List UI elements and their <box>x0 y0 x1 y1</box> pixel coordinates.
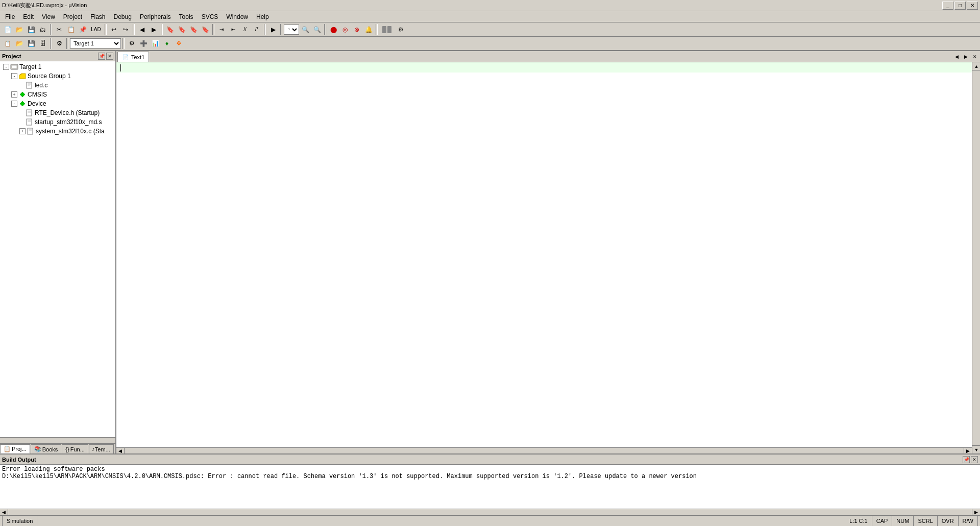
tab-arrow-right[interactable]: ▶ <box>962 53 970 61</box>
expand-system[interactable]: + <box>19 128 26 134</box>
editor-content[interactable] <box>116 62 972 447</box>
tab-books[interactable]: 📚 Books <box>31 444 62 453</box>
menu-file[interactable]: File <box>1 12 19 22</box>
build-content[interactable]: Error loading software packs D:\Keil5\ke… <box>0 465 980 509</box>
bookmark3-btn[interactable]: 🔖 <box>188 24 199 35</box>
menu-svcs[interactable]: SVCS <box>198 12 223 22</box>
cut-btn[interactable]: ✂ <box>54 24 65 35</box>
tree-sourcegroup1[interactable]: - Source Group 1 <box>1 71 114 81</box>
close-button[interactable]: ✕ <box>967 2 978 10</box>
tab-temp[interactable]: 𝑡 Tem... <box>89 444 114 453</box>
sep8 <box>324 24 326 35</box>
expand-device[interactable]: - <box>11 101 17 107</box>
menu-flash[interactable]: Flash <box>86 12 109 22</box>
bp3-btn[interactable]: ⊗ <box>351 24 362 35</box>
expand-sourcegroup1[interactable]: - <box>11 73 17 79</box>
menu-debug[interactable]: Debug <box>110 12 136 22</box>
view2-btn[interactable] <box>379 24 395 35</box>
load-btn[interactable]: LAD <box>89 24 103 35</box>
t2-add-btn[interactable]: ➕ <box>138 38 149 49</box>
bp4-btn[interactable]: 🔔 <box>363 24 374 35</box>
t2-btn2[interactable]: 📂 <box>14 38 25 49</box>
t2-btn4[interactable]: 🗄 <box>37 38 48 49</box>
scroll-right-btn[interactable]: ▶ <box>964 448 972 454</box>
find-btn[interactable]: 🔍 <box>300 24 311 35</box>
editor-scrollbar-v[interactable]: ▲ ▼ <box>972 62 980 453</box>
tree-startup[interactable]: startup_stm32f10x_md.s <box>1 117 114 127</box>
bookmark-btn[interactable]: 🔖 <box>164 24 176 35</box>
undo-btn[interactable]: ↩ <box>108 24 119 35</box>
t2-btn3[interactable]: 💾 <box>26 38 37 49</box>
find2-btn[interactable]: 🔍 <box>311 24 323 35</box>
menu-help[interactable]: Help <box>252 12 273 22</box>
svg-rect-0 <box>382 26 386 33</box>
proj-win-btn[interactable]: 📋 <box>2 38 13 49</box>
nav-fwd-btn[interactable]: ▶ <box>148 24 159 35</box>
t2-btn5[interactable]: ⚙ <box>54 38 65 49</box>
view-selector[interactable]: ▼ <box>284 25 299 35</box>
scrollbar-track-h[interactable] <box>125 448 964 454</box>
save-all-btn[interactable]: 🗂 <box>37 24 48 35</box>
t2-multi-btn[interactable]: ❖ <box>173 38 184 49</box>
title-bar: D:\Keil\实验\LED.uvprojx - µVision _ □ ✕ <box>0 0 980 11</box>
tree-ledc[interactable]: led.c <box>1 81 114 90</box>
tree-system[interactable]: + system_stm32f10x.c (Sta <box>1 127 114 136</box>
tree-cmsis[interactable]: + CMSIS <box>1 90 114 99</box>
redo-btn[interactable]: ↪ <box>120 24 131 35</box>
tree-device[interactable]: - Device <box>1 99 114 108</box>
bp-btn[interactable]: ⬤ <box>328 24 339 35</box>
tree-label-sourcegroup1: Source Group 1 <box>28 73 71 80</box>
bookmark4-btn[interactable]: 🔖 <box>200 24 211 35</box>
build-scrollbar[interactable]: ◀ ▶ <box>0 509 980 515</box>
bp2-btn[interactable]: ◎ <box>339 24 351 35</box>
outdent-btn[interactable]: ⇤ <box>228 24 239 35</box>
build-pin-btn[interactable]: 📌 <box>963 456 970 463</box>
tree-rtedevice[interactable]: RTE_Device.h (Startup) <box>1 108 114 117</box>
menu-tools[interactable]: Tools <box>175 12 198 22</box>
expand-cmsis[interactable]: + <box>11 91 17 98</box>
editor-tab-text1[interactable]: 📄 Text1 <box>117 52 149 62</box>
scroll-up-btn[interactable]: ▲ <box>972 62 980 70</box>
maximize-button[interactable]: □ <box>954 2 966 10</box>
menu-window[interactable]: Window <box>222 12 252 22</box>
menu-view[interactable]: View <box>38 12 59 22</box>
expand-target1[interactable]: - <box>3 64 9 70</box>
tools2-btn[interactable]: ⚙ <box>395 24 406 35</box>
save-btn[interactable]: 💾 <box>26 24 37 35</box>
tree-target1[interactable]: - Target 1 <box>1 62 114 71</box>
t2-green-btn[interactable]: ♦ <box>161 38 173 49</box>
tab-func[interactable]: {} Fun... <box>62 444 88 453</box>
indent-btn[interactable]: ⇥ <box>216 24 227 35</box>
panel-close-btn[interactable]: ✕ <box>106 53 113 60</box>
menu-edit[interactable]: Edit <box>19 12 38 22</box>
t2-manage-btn[interactable]: 📊 <box>150 38 161 49</box>
debug-run-btn[interactable]: ▶ <box>267 24 279 35</box>
status-num: NUM <box>892 516 914 526</box>
minimize-button[interactable]: _ <box>942 2 953 10</box>
tab-project[interactable]: 📋 Proj... <box>0 444 30 453</box>
open-btn[interactable]: 📂 <box>14 24 25 35</box>
uncomment-btn[interactable]: /* <box>251 24 262 35</box>
scroll-down-btn[interactable]: ▼ <box>972 445 980 453</box>
menu-project[interactable]: Project <box>59 12 86 22</box>
editor-scrollbar-h[interactable]: ◀ ▶ <box>116 447 972 453</box>
target-selector[interactable]: Target 1 <box>70 38 121 49</box>
build-close-btn[interactable]: ✕ <box>971 456 978 463</box>
bookmark2-btn[interactable]: 🔖 <box>176 24 187 35</box>
copy-btn[interactable]: 📋 <box>65 24 77 35</box>
scroll-left-btn[interactable]: ◀ <box>116 448 125 454</box>
tab-close-btn[interactable]: ✕ <box>971 53 979 61</box>
new-btn[interactable]: 📄 <box>2 24 13 35</box>
tree-label-startup: startup_stm32f10x_md.s <box>35 118 102 126</box>
svg-rect-12 <box>27 110 32 116</box>
tab-project-icon: 📋 <box>4 446 11 452</box>
nav-back-btn[interactable]: ◀ <box>136 24 148 35</box>
comment-btn[interactable]: // <box>239 24 251 35</box>
tree-scrollbar-h[interactable] <box>0 437 115 443</box>
tab-arrow-left[interactable]: ◀ <box>952 53 961 61</box>
menu-peripherals[interactable]: Peripherals <box>136 12 175 22</box>
status-cap: CAP <box>872 516 893 526</box>
panel-pin-btn[interactable]: 📌 <box>98 53 105 60</box>
paste-btn[interactable]: 📌 <box>77 24 88 35</box>
t2-settings-btn[interactable]: ⚙ <box>126 38 137 49</box>
